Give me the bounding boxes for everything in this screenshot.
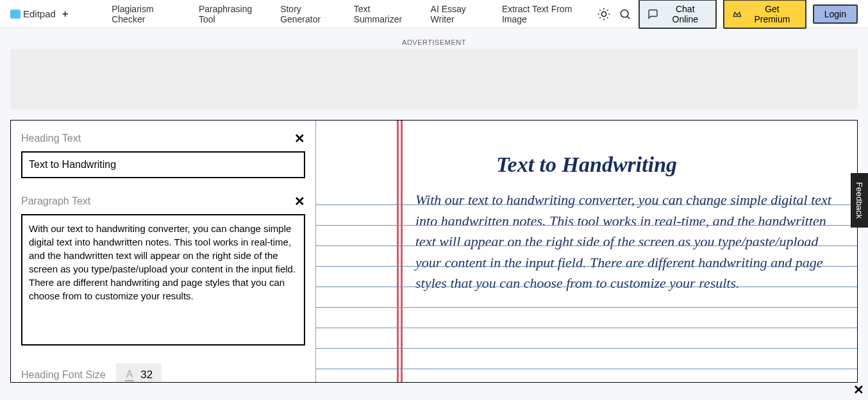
premium-button[interactable]: Get Premium (723, 0, 806, 29)
search-icon[interactable] (617, 6, 632, 22)
fontsize-label: Heading Font Size (21, 369, 106, 381)
crown-icon (732, 8, 743, 20)
heading-input[interactable] (21, 151, 305, 178)
header-right: Chat Online Get Premium Login (597, 0, 858, 29)
editor-panel: Heading Text ✕ Paragraph Text ✕ Heading … (11, 121, 316, 382)
paragraph-field-row: Paragraph Text ✕ (21, 194, 305, 209)
nav-extract[interactable]: Extract Text From Image (502, 4, 597, 24)
plus-icon: + (62, 8, 68, 20)
heading-label: Heading Text (21, 133, 81, 144)
svg-line-3 (599, 10, 600, 10)
paper: Text to Handwriting With our text to han… (316, 121, 857, 382)
nav-plagiarism[interactable]: Plagiarism Checker (112, 4, 187, 24)
close-icon[interactable]: ✕ (853, 382, 864, 397)
svg-point-0 (601, 12, 606, 16)
main-nav: Plagiarism Checker Paraphrasing Tool Sto… (112, 4, 596, 24)
clear-heading-icon[interactable]: ✕ (294, 131, 305, 146)
svg-line-8 (607, 10, 608, 10)
nav-story[interactable]: Story Generator (280, 4, 342, 24)
brand-name: Editpad (23, 8, 56, 19)
login-button[interactable]: Login (813, 4, 858, 24)
nav-summarizer[interactable]: Text Summarizer (354, 4, 419, 24)
heading-field-row: Heading Text ✕ (21, 131, 305, 146)
nav-essay[interactable]: AI Essay Writer (431, 4, 490, 24)
chat-label: Chat Online (663, 4, 708, 24)
svg-line-10 (627, 16, 630, 19)
paragraph-input[interactable] (21, 214, 305, 346)
ruled-lines (316, 185, 857, 382)
logo-icon (10, 10, 21, 19)
premium-label: Get Premium (747, 4, 797, 24)
main-container: Heading Text ✕ Paragraph Text ✕ Heading … (10, 120, 858, 383)
logo[interactable]: Editpad + (10, 8, 68, 20)
fontsize-input[interactable]: A 32 (116, 363, 162, 382)
ad-label: ADVERTISEMENT (0, 38, 868, 46)
theme-toggle-icon[interactable] (597, 6, 612, 22)
nav-paraphrasing[interactable]: Paraphrasing Tool (199, 4, 269, 24)
header: Editpad + Plagiarism Checker Paraphrasin… (0, 0, 868, 28)
ad-placeholder (10, 49, 858, 110)
clear-paragraph-icon[interactable]: ✕ (294, 194, 305, 209)
feedback-tab[interactable]: Feedback (851, 173, 868, 228)
chat-button[interactable]: Chat Online (638, 0, 717, 29)
svg-line-7 (599, 17, 600, 18)
fontsize-value: 32 (140, 369, 153, 381)
svg-line-4 (607, 17, 608, 18)
paragraph-label: Paragraph Text (21, 196, 90, 207)
chat-icon (647, 8, 658, 20)
fontsize-row: Heading Font Size A 32 (21, 363, 305, 382)
font-a-icon: A (125, 369, 135, 381)
output-panel: Text to Handwriting With our text to han… (316, 121, 857, 382)
svg-point-9 (621, 10, 628, 17)
